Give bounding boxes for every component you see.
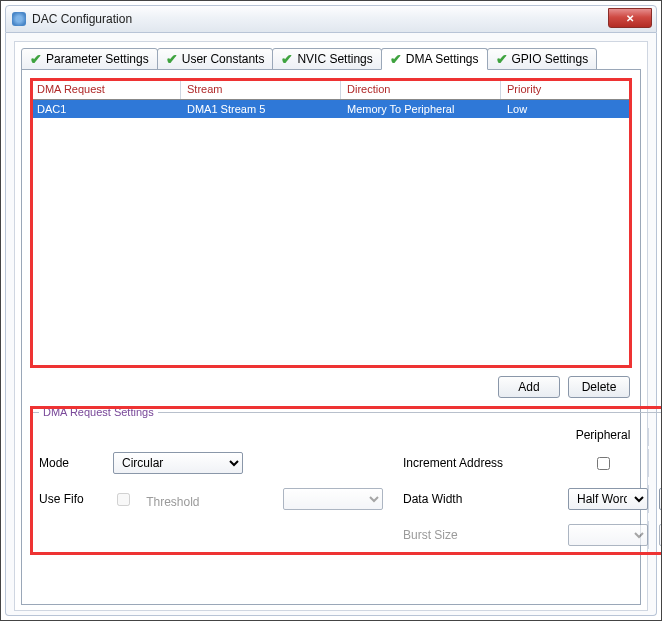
table-row[interactable]: DAC1 DMA1 Stream 5 Memory To Peripheral …	[31, 100, 631, 118]
col-stream[interactable]: Stream	[181, 79, 341, 99]
col-dma-request[interactable]: DMA Request	[31, 79, 181, 99]
divider	[648, 428, 649, 446]
tab-panel: DMA Request Stream Direction Priority DA…	[21, 69, 641, 605]
checkmark-icon: ✔	[390, 53, 402, 65]
increment-peripheral-checkbox[interactable]	[597, 457, 610, 470]
col-direction[interactable]: Direction	[341, 79, 501, 99]
tab-gpio-settings[interactable]: ✔ GPIO Settings	[487, 48, 598, 70]
threshold-select	[283, 488, 383, 510]
cell-dma-request: DAC1	[31, 100, 181, 118]
app-icon	[12, 12, 26, 26]
titlebar: DAC Configuration ✕	[5, 5, 657, 33]
checkmark-icon: ✔	[166, 53, 178, 65]
use-fifo-checkbox[interactable]	[117, 493, 130, 506]
table-header: DMA Request Stream Direction Priority	[31, 79, 631, 100]
burst-peripheral-select	[568, 524, 648, 546]
threshold-label: Threshold	[146, 495, 199, 509]
table-buttons: Add Delete	[32, 376, 630, 398]
main-card: ✔ Parameter Settings ✔ User Constants ✔ …	[14, 41, 648, 611]
tab-label: NVIC Settings	[297, 52, 372, 66]
window-title: DAC Configuration	[32, 12, 132, 26]
delete-button[interactable]: Delete	[568, 376, 630, 398]
divider	[648, 449, 649, 478]
increment-address-label: Increment Address	[403, 456, 558, 470]
divider	[648, 521, 649, 550]
cell-direction: Memory To Peripheral	[341, 100, 501, 118]
tab-nvic-settings[interactable]: ✔ NVIC Settings	[272, 48, 381, 70]
mode-select[interactable]: Circular	[113, 452, 243, 474]
close-button[interactable]: ✕	[608, 8, 652, 28]
tab-label: DMA Settings	[406, 52, 479, 66]
tab-parameter-settings[interactable]: ✔ Parameter Settings	[21, 48, 158, 70]
divider	[648, 485, 649, 514]
tab-label: User Constants	[182, 52, 265, 66]
burst-size-label: Burst Size	[403, 528, 558, 542]
dma-table: DMA Request Stream Direction Priority DA…	[30, 78, 632, 368]
checkmark-icon: ✔	[496, 53, 508, 65]
use-fifo-label: Use Fifo	[39, 492, 103, 506]
tab-label: Parameter Settings	[46, 52, 149, 66]
cell-stream: DMA1 Stream 5	[181, 100, 341, 118]
col-priority[interactable]: Priority	[501, 79, 631, 99]
data-width-peripheral-select[interactable]: Half Word	[568, 488, 648, 510]
col-peripheral-label: Peripheral	[568, 428, 638, 442]
window-content: ✔ Parameter Settings ✔ User Constants ✔ …	[5, 33, 657, 616]
add-button[interactable]: Add	[498, 376, 560, 398]
checkmark-icon: ✔	[281, 53, 293, 65]
tab-dma-settings[interactable]: ✔ DMA Settings	[381, 48, 488, 70]
tab-label: GPIO Settings	[512, 52, 589, 66]
group-legend: DMA Request Settings	[39, 406, 158, 418]
data-width-label: Data Width	[403, 492, 558, 506]
checkmark-icon: ✔	[30, 53, 42, 65]
close-icon: ✕	[626, 13, 634, 24]
tab-user-constants[interactable]: ✔ User Constants	[157, 48, 274, 70]
cell-priority: Low	[501, 100, 631, 118]
dma-request-settings-group: DMA Request Settings Peripheral Memory M…	[30, 406, 662, 555]
tab-strip: ✔ Parameter Settings ✔ User Constants ✔ …	[21, 48, 641, 70]
mode-label: Mode	[39, 456, 103, 470]
